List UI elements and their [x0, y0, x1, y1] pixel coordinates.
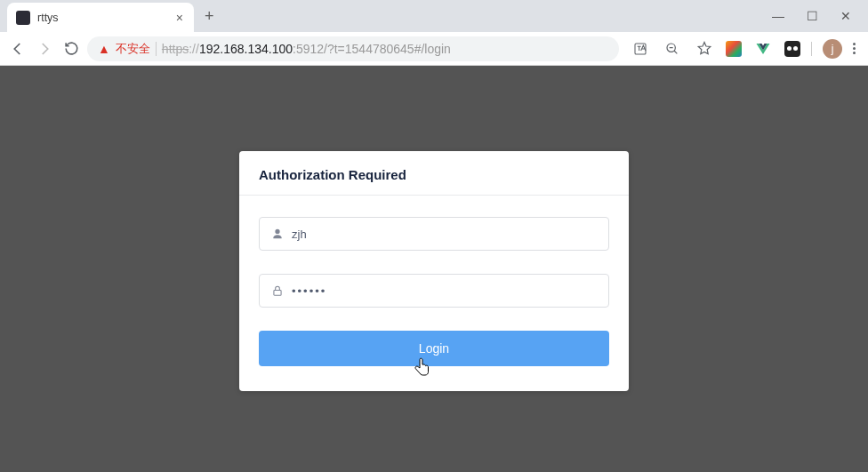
user-icon — [269, 228, 286, 240]
card-title: Authorization Required — [239, 151, 629, 196]
zoom-icon[interactable] — [662, 38, 683, 60]
insecure-label: 不安全 — [116, 41, 150, 57]
minimize-button[interactable]: — — [772, 9, 784, 23]
extension-1-icon[interactable] — [726, 41, 742, 57]
window-controls: — ☐ ✕ — [756, 0, 868, 32]
tab-bar: rttys × + — [0, 0, 868, 32]
kebab-menu-icon[interactable] — [853, 43, 856, 54]
toolbar-divider — [811, 42, 812, 56]
extension-vue-icon[interactable] — [752, 38, 774, 60]
card-body: Login — [239, 196, 629, 391]
extension-3-icon[interactable] — [784, 41, 800, 57]
browser-toolbar: ▲ 不安全 https://192.168.134.100:5912/?t=15… — [0, 32, 868, 66]
maximize-button[interactable]: ☐ — [806, 9, 818, 23]
forward-button[interactable] — [34, 38, 55, 60]
reload-button[interactable] — [60, 38, 82, 60]
tab-title: rttys — [37, 12, 174, 24]
address-bar[interactable]: ▲ 不安全 https://192.168.134.100:5912/?t=15… — [87, 36, 619, 61]
close-tab-button[interactable]: × — [174, 11, 185, 25]
profile-avatar[interactable]: j — [823, 39, 842, 59]
close-window-button[interactable]: ✕ — [840, 9, 852, 23]
password-field-wrapper — [259, 274, 609, 308]
username-input[interactable] — [286, 228, 599, 241]
browser-tab[interactable]: rttys × — [7, 3, 194, 33]
svg-rect-2 — [274, 290, 281, 295]
new-tab-button[interactable]: + — [205, 7, 214, 26]
toolbar-right: j — [624, 38, 861, 60]
login-button[interactable]: Login — [259, 331, 609, 366]
favicon-icon — [16, 11, 30, 25]
divider — [156, 42, 157, 56]
back-button[interactable] — [7, 38, 28, 60]
translate-icon[interactable] — [630, 38, 651, 60]
page-content: Authorization Required Login — [0, 66, 868, 472]
username-field-wrapper — [259, 217, 609, 251]
login-card: Authorization Required Login — [239, 151, 629, 391]
password-input[interactable] — [286, 284, 599, 298]
warning-icon: ▲ — [98, 42, 110, 56]
lock-icon — [269, 284, 286, 297]
bookmark-icon[interactable] — [694, 38, 715, 60]
url-text: https://192.168.134.100:5912/?t=15447806… — [162, 42, 451, 56]
